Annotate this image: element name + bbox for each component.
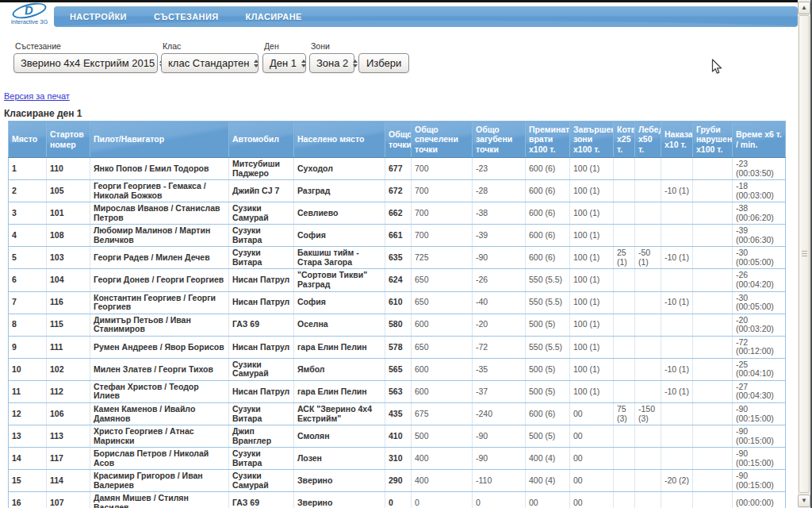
cell-gates-passed: 500 (5) <box>526 314 570 336</box>
table-row: 2 105 Георги Георгиев - Гемакса / Никола… <box>9 180 786 202</box>
cell-pilot-navigator: Георги Георгиев - Гемакса / Николай Божк… <box>90 180 229 202</box>
cell-gross-violations <box>693 425 733 448</box>
cell-penalties <box>661 269 693 291</box>
cell-winches <box>635 269 661 291</box>
day-filter-group: Ден Ден 1 <box>262 41 309 73</box>
cell-zones-finished: 100 (1) <box>570 225 614 247</box>
vertical-scrollbar[interactable]: ▲ ▼ <box>798 0 810 508</box>
cell-points-won: 700 <box>412 202 473 225</box>
table-row: 7 116 Константин Георгиев / Георги Георг… <box>9 291 786 314</box>
cell-pilot-navigator: Дамян Мишев / Стилян Василев <box>90 492 229 508</box>
mouse-cursor-icon <box>711 59 723 75</box>
competition-select[interactable]: Зверино 4x4 Екстрийм 2015 <box>13 53 158 73</box>
cell-points-lost: -23 <box>473 158 526 180</box>
cell-place: 15 <box>9 470 47 492</box>
cell-start-number: 107 <box>47 492 90 508</box>
table-row: 12 106 Камен Каменов / Ивайло Дамянов Су… <box>9 403 786 425</box>
cell-points-lost: -90 <box>473 247 526 269</box>
cell-gates-passed: 550 (5.5) <box>526 269 570 291</box>
cell-time: -20 (00:03:20) <box>733 314 786 336</box>
cell-start-number: 114 <box>47 470 90 492</box>
cell-points-won: 400 <box>412 470 473 492</box>
cell-place: 12 <box>9 403 47 425</box>
table-row: 15 114 Красимир Григоров / Иван Валериев… <box>9 470 786 492</box>
cell-gross-violations <box>693 225 733 247</box>
nav-item[interactable]: СЪСТЕЗАНИЯ <box>154 12 219 21</box>
cell-total-points: 624 <box>385 269 412 291</box>
cell-car: Сузуки Витара <box>229 225 294 247</box>
day-select[interactable]: Ден 1 <box>262 53 306 73</box>
cell-points-lost: 0 <box>473 492 526 508</box>
table-header: Място Стартов номер Пилот/Навигатор Авто… <box>9 121 786 158</box>
cell-zones-finished: 100 (1) <box>570 314 614 336</box>
cell-car: Сузики Самурай <box>229 470 294 492</box>
cell-points-lost: -72 <box>473 336 526 358</box>
cell-winches <box>635 358 661 380</box>
cell-winches <box>635 225 661 247</box>
cell-gross-violations <box>693 158 733 180</box>
cell-gates-passed: 550 (5.5) <box>526 336 570 358</box>
table-row: 5 103 Георги Радев / Милен Дечев Сузуки … <box>9 247 786 269</box>
nav-item[interactable]: КЛАСИРАНЕ <box>246 12 302 21</box>
cell-penalties <box>661 403 693 425</box>
class-select[interactable]: клас Стандартен <box>161 53 259 73</box>
cell-points-won: 600 <box>412 380 473 402</box>
cell-town: АСК "Зверино 4x4 Екстрийм" <box>294 403 385 425</box>
select-button[interactable]: Избери <box>358 53 409 73</box>
scrollbar-thumb[interactable] <box>799 15 810 493</box>
cell-anchors <box>614 202 635 225</box>
cell-winches <box>635 336 661 358</box>
zones-select[interactable]: Зона 2 <box>309 53 354 73</box>
stepper-icon <box>301 60 306 67</box>
cell-penalties <box>661 336 693 358</box>
cell-zones-finished: 100 (1) <box>570 269 614 291</box>
cell-winches <box>635 425 661 448</box>
cell-pilot-navigator: Георги Радев / Милен Дечев <box>90 247 229 269</box>
cell-zones-finished: 100 (1) <box>570 158 614 180</box>
cell-gates-passed: 500 (5) <box>526 380 570 402</box>
cell-pilot-navigator: Стефан Христов / Теодор Илиев <box>90 380 229 402</box>
cell-zones-finished: 100 (1) <box>570 380 614 402</box>
day-selected-value: Ден 1 <box>270 57 297 69</box>
cell-town: Разград <box>294 180 385 202</box>
print-version-link[interactable]: Версия за печат <box>4 91 70 101</box>
cell-start-number: 115 <box>47 314 90 336</box>
scroll-up-arrow-icon[interactable]: ▲ <box>798 2 810 14</box>
class-label: Клас <box>163 41 262 51</box>
cell-gross-violations <box>693 202 733 225</box>
cell-time: -90 (00:15:00) <box>733 403 786 425</box>
table-column-header: Завършени зони x100 т. <box>570 121 614 158</box>
cell-town: София <box>294 291 385 314</box>
table-row: 14 117 Борислав Петров / Николай Асов Су… <box>9 448 786 470</box>
cell-time: -72 (00:12:00) <box>733 336 786 358</box>
scroll-down-arrow-icon[interactable]: ▼ <box>798 495 810 507</box>
table-row: 13 113 Христо Георгиев / Атнас Марински … <box>9 425 786 448</box>
cell-zones-finished: 00 <box>570 425 614 448</box>
cell-pilot-navigator: Христо Георгиев / Атнас Марински <box>90 425 229 448</box>
cell-zones-finished: 100 (1) <box>570 247 614 269</box>
cell-time: (00:00:00) <box>733 492 786 508</box>
zones-label: Зони <box>311 41 358 51</box>
table-column-header: Населено място <box>294 121 385 158</box>
cell-place: 2 <box>9 180 47 202</box>
brand-logo[interactable]: D Interactive 3G <box>5 2 54 25</box>
cell-total-points: 662 <box>385 202 412 225</box>
class-filter-group: Клас клас Стандартен <box>161 41 262 73</box>
nav-item[interactable]: НАСТРОЙКИ <box>70 12 127 21</box>
table-body: 1 110 Янко Попов / Емил Тодоров Митсубиш… <box>9 158 786 508</box>
cell-penalties <box>661 225 693 247</box>
table-row: 4 108 Любомир Малинов / Мартин Величков … <box>9 225 786 247</box>
cell-points-lost: -39 <box>473 225 526 247</box>
cell-total-points: 635 <box>385 247 412 269</box>
cell-start-number: 113 <box>47 425 90 448</box>
cell-anchors <box>614 158 635 180</box>
cell-penalties <box>661 314 693 336</box>
cell-pilot-navigator: Румен Андреев / Явор Борисов <box>90 336 229 358</box>
cell-anchors <box>614 425 635 448</box>
cell-winches <box>635 291 661 314</box>
brand-name: Interactive 3G <box>5 18 54 25</box>
cell-points-lost: -28 <box>473 180 526 202</box>
cell-place: 1 <box>9 158 47 180</box>
cell-points-lost: -35 <box>473 358 526 380</box>
table-column-header: Време x6 т. / min. <box>733 121 786 158</box>
